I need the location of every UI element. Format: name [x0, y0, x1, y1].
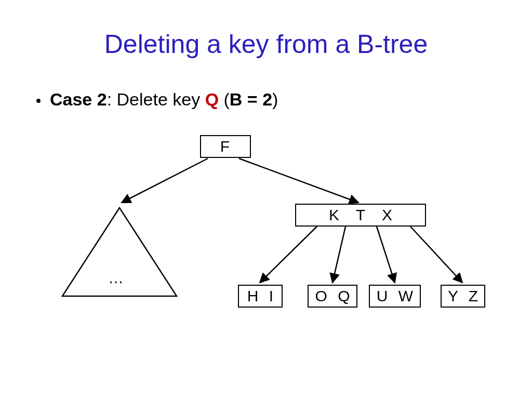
- node-leaf-hi: H I: [238, 285, 283, 308]
- edge-root-left: [122, 158, 208, 203]
- edge-ktx-3: [377, 227, 395, 283]
- btree-diagram: F … K T X H I O Q U W Y Z: [0, 0, 532, 399]
- slide: Deleting a key from a B-tree Case 2: Del…: [0, 0, 532, 399]
- node-ktx: K T X: [295, 204, 426, 227]
- edge-ktx-2: [332, 227, 345, 283]
- node-leaf-uw: U W: [369, 285, 421, 308]
- edge-root-right: [239, 158, 358, 203]
- edge-ktx-1: [260, 227, 317, 283]
- edge-ktx-4: [410, 227, 462, 283]
- node-leaf-yz: Y Z: [441, 285, 485, 308]
- ellipsis-label: …: [108, 269, 124, 287]
- node-root: F: [200, 135, 251, 158]
- edges-svg: [0, 0, 532, 399]
- node-leaf-oq: O Q: [308, 285, 357, 308]
